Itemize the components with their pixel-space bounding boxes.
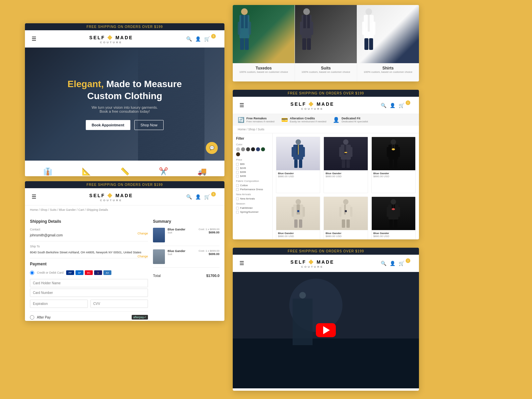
gallery-section: Tuxedos 100% custom, based on customer c… xyxy=(233,5,419,81)
user-icon-5[interactable]: 👤 xyxy=(390,261,395,266)
swatch-3[interactable] xyxy=(251,147,255,151)
cart-icon-2[interactable]: 🛒 xyxy=(204,194,210,200)
hero-subtitle: We turn your vision into luxury garments… xyxy=(91,105,158,113)
gallery-tuxedos[interactable]: Tuxedos 100% custom, based on customer c… xyxy=(233,5,295,81)
afterpay-radio[interactable] xyxy=(30,315,34,320)
summary-section: Summary Blue Gander Suit Cost: 1 x $699.… xyxy=(153,219,219,321)
hero-panel: FREE SHIPPING ON ORDERS OVER $199 ☰ SELF… xyxy=(25,23,224,176)
search-icon-5[interactable]: 🔍 xyxy=(381,261,386,266)
gallery-suits[interactable]: Suits 100% custom, based on customer cho… xyxy=(295,5,357,81)
svg-rect-22 xyxy=(369,38,373,50)
swatch-1[interactable] xyxy=(241,147,245,151)
price-99: $99 xyxy=(236,163,269,166)
suits-shop-panel: FREE SHIPPING ON ORDERS OVER $199 ☰ SELF… xyxy=(233,90,419,239)
gallery-shirts[interactable]: Shirts 100% custom, based on customer ch… xyxy=(357,5,419,81)
card-radio[interactable] xyxy=(30,271,34,275)
product-img-2 xyxy=(324,137,367,170)
svg-point-57 xyxy=(343,199,348,204)
svg-rect-55 xyxy=(299,219,302,228)
product-card-1[interactable]: Blue Gander $880.00 USD xyxy=(276,137,320,193)
svg-rect-41 xyxy=(392,145,393,149)
product-card-6[interactable]: Blue Gander $880.00 USD xyxy=(371,197,416,239)
svg-point-71 xyxy=(392,208,395,210)
search-icon[interactable]: 🔍 xyxy=(186,36,192,42)
chat-button[interactable]: 💬 xyxy=(206,142,218,154)
svg-rect-38 xyxy=(344,152,347,153)
fabric-filter-label: Fabric Composition xyxy=(236,180,269,183)
shop-now-button[interactable]: Shop Now xyxy=(134,120,164,130)
svg-point-3 xyxy=(241,8,248,15)
dedicated-icon: 👤 xyxy=(333,117,339,123)
svg-rect-20 xyxy=(373,22,375,35)
youtube-play-button[interactable] xyxy=(316,323,336,337)
svg-rect-73 xyxy=(394,219,397,228)
cart-icon[interactable]: 🛒 xyxy=(204,36,210,42)
svg-rect-63 xyxy=(346,219,350,228)
product-img-3 xyxy=(372,137,415,170)
expiration-input[interactable] xyxy=(30,300,88,308)
svg-point-31 xyxy=(343,139,348,145)
svg-point-65 xyxy=(391,199,396,204)
fabric-performance: Performance Dress xyxy=(236,188,269,191)
user-icon-4[interactable]: 👤 xyxy=(390,103,395,108)
hero-buttons: Book Appointment Shop Now xyxy=(86,120,164,130)
product-img-5 xyxy=(324,197,367,230)
user-icon[interactable]: 👤 xyxy=(195,36,201,42)
user-icon-2[interactable]: 👤 xyxy=(195,194,201,200)
summary-item-2: Blue Gander Suit Cost: 1 x $699.00 $699.… xyxy=(153,249,219,268)
product-card-3[interactable]: Blue Gander $880.00 USD xyxy=(371,137,416,193)
svg-rect-50 xyxy=(297,204,298,214)
svg-point-11 xyxy=(303,8,310,15)
hamburger-icon-4[interactable]: ☰ xyxy=(239,102,244,108)
book-appointment-button[interactable]: Book Appointment xyxy=(86,120,130,130)
season-springsummer: Spring/Summer xyxy=(236,210,269,213)
hero-bg-figure xyxy=(138,48,204,161)
svg-rect-56 xyxy=(297,210,299,212)
hamburger-icon-5[interactable]: ☰ xyxy=(239,260,244,266)
svg-rect-37 xyxy=(346,160,350,168)
logo-5: SELF ◆ MADE COUTURE xyxy=(291,258,334,268)
svg-rect-68 xyxy=(394,204,395,208)
tuxedo-image xyxy=(233,5,295,63)
swatch-5[interactable] xyxy=(261,147,265,151)
card-holder-input[interactable] xyxy=(30,279,148,287)
top-bar-2: FREE SHIPPING ON ORDERS OVER $199 xyxy=(25,181,224,188)
svg-rect-62 xyxy=(342,219,345,228)
search-icon-2[interactable]: 🔍 xyxy=(186,194,192,200)
swatch-0[interactable] xyxy=(236,147,240,151)
summary-info-1: Blue Gander Suit xyxy=(168,228,196,234)
cvv-input[interactable] xyxy=(90,300,148,308)
svg-rect-26 xyxy=(298,145,299,155)
svg-rect-29 xyxy=(294,160,298,168)
svg-rect-67 xyxy=(392,204,393,208)
product-card-4[interactable]: Blue Gander $880.00 USD xyxy=(276,197,320,239)
product-card-5[interactable]: Blue Gander $880.00 USD xyxy=(324,197,368,239)
swatch-4[interactable] xyxy=(256,147,260,151)
swatch-2[interactable] xyxy=(246,147,250,151)
delivery-icon: 🚚 xyxy=(185,167,218,176)
fabric-cotton: Cotton xyxy=(236,184,269,187)
hero-title: Elegant, Made to Measure Custom Clothing xyxy=(67,78,182,102)
product-card-2[interactable]: Blue Gander $880.00 USD xyxy=(324,137,368,193)
swatch-6[interactable] xyxy=(236,152,240,156)
svg-rect-1 xyxy=(241,15,244,28)
card-number-input[interactable] xyxy=(30,289,148,297)
hamburger-icon-2[interactable]: ☰ xyxy=(32,194,36,200)
cart-icon-4[interactable]: 🛒 xyxy=(399,103,404,108)
alteration-icon: 💳 xyxy=(281,117,288,123)
cart-icon-5[interactable]: 🛒 xyxy=(399,261,404,266)
svg-rect-4 xyxy=(238,22,240,35)
summary-total: Total $1700.0 xyxy=(153,271,219,278)
svg-rect-61 xyxy=(350,207,352,217)
search-icon-4[interactable]: 🔍 xyxy=(381,103,386,108)
strip-remakes: 🔄 Free Remakes Free remakes if needed xyxy=(238,117,275,123)
product-img-1 xyxy=(276,137,320,170)
new-arrivals-opt: New Arrivals xyxy=(236,197,269,200)
svg-rect-46 xyxy=(389,160,393,168)
hamburger-icon[interactable]: ☰ xyxy=(32,36,36,42)
svg-rect-42 xyxy=(394,145,395,149)
svg-rect-7 xyxy=(245,38,249,50)
svg-rect-8 xyxy=(302,15,312,38)
contact-row: Contact johnsmith@gmail.com Change xyxy=(30,228,148,238)
payment-icons: PP SP MC V AX xyxy=(66,270,111,275)
